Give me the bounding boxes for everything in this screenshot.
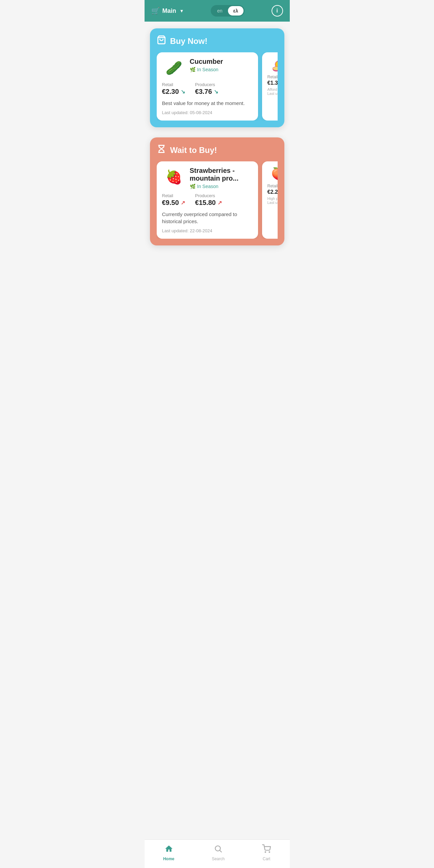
wait-peek-partial-updated: Last up (267, 201, 278, 205)
wait-to-buy-section: Wait to Buy! 🍓 Strawberries - mountain p… (150, 137, 284, 245)
peek-price: €1.30 (267, 80, 278, 86)
language-toggle[interactable]: en ελ (211, 5, 245, 17)
producers-price: €3.76 ↘ (195, 88, 218, 96)
peek-partial-text: Afford (267, 87, 278, 91)
buy-now-product-row: 🥒 Cucumber 🌿 In Season Retail €2.30 (157, 52, 278, 121)
search-icon (214, 844, 223, 855)
info-button[interactable]: i (272, 5, 283, 17)
leaf-icon: 🌿 (190, 67, 196, 72)
home-icon (164, 844, 173, 855)
wait-leaf-icon: 🌿 (190, 184, 196, 189)
lang-en-button[interactable]: en (212, 6, 228, 16)
wait-buy-peek-card[interactable]: 🍑 Retail €2.20 High p Last up (262, 161, 278, 239)
strawberry-image: 🍓 (162, 167, 186, 187)
hourglass-icon (157, 144, 166, 156)
wait-product-description: Currently overpriced compared to histori… (162, 211, 253, 225)
producers-price-group: Producers €3.76 ↘ (195, 82, 218, 96)
wait-to-buy-header: Wait to Buy! (157, 144, 278, 156)
wait-retail-label: Retail (162, 193, 185, 198)
wait-retail-price-group: Retail €9.50 ↗ (162, 193, 185, 207)
cart-label: Cart (263, 857, 271, 861)
buy-now-main-card[interactable]: 🥒 Cucumber 🌿 In Season Retail €2.30 (157, 52, 258, 121)
price-down-icon-2: ↘ (214, 88, 218, 95)
wait-price-row: Retail €9.50 ↗ Producers €15.80 ↗ (162, 193, 253, 207)
wait-buy-main-card[interactable]: 🍓 Strawberries - mountain pro... 🌿 In Se… (157, 161, 258, 239)
home-label: Home (163, 857, 174, 861)
bottom-navigation: Home Search Cart (145, 839, 290, 868)
wait-season-label: In Season (197, 184, 219, 189)
buy-now-header: Buy Now! (157, 35, 278, 47)
product-description: Best value for money at the moment. (162, 100, 253, 107)
cucumber-image: 🥒 (162, 58, 186, 78)
wait-to-buy-title: Wait to Buy! (170, 146, 217, 155)
svg-point-4 (269, 852, 270, 852)
wait-product-top: 🍓 Strawberries - mountain pro... 🌿 In Se… (162, 167, 253, 189)
peek-partial-updated: Last up (267, 91, 278, 96)
wait-peek-partial-text: High p (267, 196, 278, 201)
buy-now-peek-card[interactable]: 🍠 Retail €1.30 Afford Last up (262, 52, 278, 121)
price-row: Retail €2.30 ↘ Producers €3.76 ↘ (162, 82, 253, 96)
wait-peek-product-image: 🍑 (267, 167, 278, 181)
header-title: Main (162, 7, 176, 15)
retail-price: €2.30 ↘ (162, 88, 185, 96)
season-label: In Season (197, 67, 219, 72)
wait-buy-product-row: 🍓 Strawberries - mountain pro... 🌿 In Se… (157, 161, 278, 239)
svg-point-3 (265, 852, 266, 852)
nav-search[interactable]: Search (204, 843, 233, 863)
retail-price-group: Retail €2.30 ↘ (162, 82, 185, 96)
wait-producers-label: Producers (195, 193, 222, 198)
wait-producers-price-group: Producers €15.80 ↗ (195, 193, 222, 207)
in-season-badge: 🌿 In Season (190, 67, 253, 72)
wait-in-season-badge: 🌿 In Season (190, 184, 253, 189)
producers-label: Producers (195, 82, 218, 87)
wait-peek-price: €2.20 (267, 189, 278, 195)
search-label: Search (212, 857, 225, 861)
main-content: Buy Now! 🥒 Cucumber 🌿 In Season (145, 22, 290, 252)
wait-product-updated: Last updated: 22-08-2024 (162, 228, 253, 233)
nav-home[interactable]: Home (155, 843, 182, 863)
chevron-down-icon: ▼ (180, 8, 184, 14)
peek-product-image: 🍠 (267, 58, 278, 72)
wait-producers-price: €15.80 ↗ (195, 199, 222, 207)
app-header: 🛒 Main ▼ en ελ i (145, 0, 290, 22)
main-menu-button[interactable]: 🛒 Main ▼ (151, 7, 184, 15)
price-down-icon: ↘ (181, 88, 185, 95)
product-top: 🥒 Cucumber 🌿 In Season (162, 58, 253, 78)
nav-cart[interactable]: Cart (254, 843, 279, 863)
buy-now-title: Buy Now! (170, 36, 208, 46)
cart-icon (262, 844, 271, 855)
price-up-icon-2: ↗ (218, 200, 222, 206)
price-up-icon: ↗ (181, 200, 185, 206)
wait-product-name: Strawberries - mountain pro... (190, 167, 253, 182)
basket-icon: 🛒 (151, 7, 160, 15)
wait-retail-price: €9.50 ↗ (162, 199, 185, 207)
wait-product-info: Strawberries - mountain pro... 🌿 In Seas… (190, 167, 253, 189)
product-updated: Last updated: 05-08-2024 (162, 110, 253, 115)
peek-retail-label: Retail (267, 75, 278, 79)
product-name: Cucumber (190, 58, 253, 65)
lang-el-button[interactable]: ελ (228, 6, 244, 16)
retail-label: Retail (162, 82, 185, 87)
bag-icon (157, 35, 166, 47)
svg-line-2 (220, 850, 222, 852)
product-info: Cucumber 🌿 In Season (190, 58, 253, 72)
wait-peek-retail-label: Retail (267, 184, 278, 188)
buy-now-section: Buy Now! 🥒 Cucumber 🌿 In Season (150, 28, 284, 127)
